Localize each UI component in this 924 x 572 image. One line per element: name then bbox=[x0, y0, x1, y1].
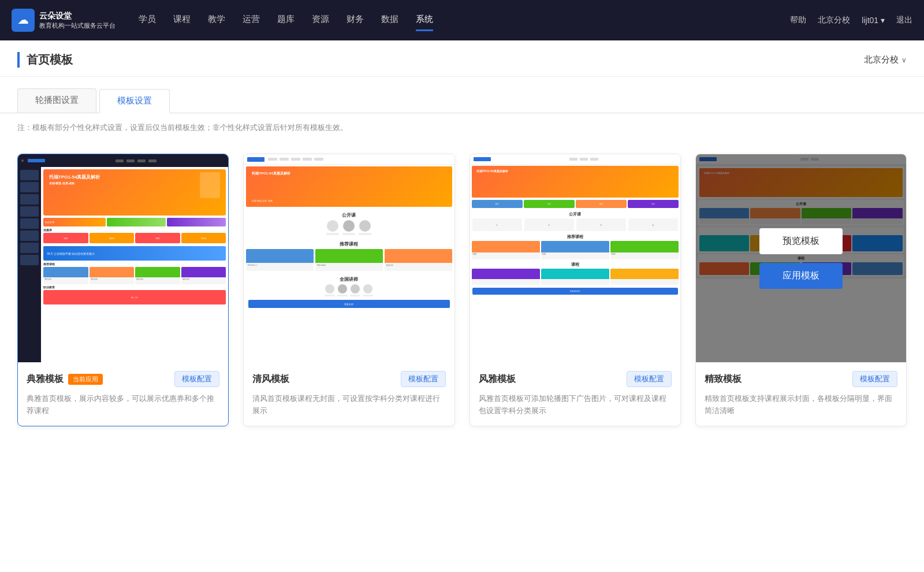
logo[interactable]: ☁ 云朵设堂 教育机构一站式服务云平台 bbox=[12, 9, 116, 32]
topnav-right: 帮助 北京分校 lijt01 ▾ 退出 bbox=[790, 15, 912, 25]
preview-btn-4[interactable]: 预览模板 bbox=[759, 228, 843, 254]
branch-link[interactable]: 北京分校 bbox=[818, 15, 850, 25]
template-desc-2: 清风首页模板课程无封面，可设置按学科分类对课程进行展示 bbox=[252, 393, 445, 417]
template-overlay-4: 预览模板 应用模板 bbox=[696, 154, 906, 362]
main-menu: 学员 课程 教学 运营 题库 资源 财务 数据 系统 bbox=[139, 9, 790, 31]
tab-carousel[interactable]: 轮播图设置 bbox=[17, 88, 96, 113]
template-card-dianya: 托福TPO1-54真题及解析 全面·精选·品质·成效 精品好课 bbox=[17, 154, 229, 426]
template-name-3: 风雅模板 bbox=[479, 373, 516, 385]
template-card-fengya: 托福TPO1-54真题及解析 数学 英语 物理 化学 公开课 1 2 bbox=[470, 154, 681, 426]
page-header: 首页模板 北京分校 bbox=[0, 40, 924, 77]
template-name-2: 清风模板 bbox=[252, 373, 289, 385]
template-desc-3: 风雅首页模板可添加轮播图下广告图片，可对课程及课程包设置学科分类展示 bbox=[479, 393, 672, 417]
template-card-qingfeng: 托福TPO1-54真题及解析 全面·精选·品质·成效 公开课 bbox=[243, 154, 454, 426]
config-btn-3[interactable]: 模板配置 bbox=[627, 371, 672, 387]
menu-item-students[interactable]: 学员 bbox=[139, 9, 156, 31]
branch-selector[interactable]: 北京分校 bbox=[864, 54, 907, 65]
user-dropdown[interactable]: lijt01 ▾ bbox=[862, 16, 885, 25]
template-name-left-2: 清风模板 bbox=[252, 373, 289, 385]
current-badge-1: 当前应用 bbox=[68, 374, 103, 385]
tab-template[interactable]: 模板设置 bbox=[99, 89, 170, 113]
menu-item-courses[interactable]: 课程 bbox=[173, 9, 191, 31]
template-name-row-3: 风雅模板 模板配置 bbox=[479, 371, 672, 387]
menu-item-operations[interactable]: 运营 bbox=[243, 9, 260, 31]
template-preview-3: 托福TPO1-54真题及解析 数学 英语 物理 化学 公开课 1 2 bbox=[470, 154, 680, 362]
template-info-4: 精致模板 模板配置 精致首页模板支持课程展示封面，各模板分隔明显，界面简洁清晰 bbox=[696, 362, 906, 426]
template-preview-1: 托福TPO1-54真题及解析 全面·精选·品质·成效 精品好课 bbox=[18, 154, 228, 362]
template-name-4: 精致模板 bbox=[705, 373, 742, 385]
note-text: 注：模板有部分个性化样式设置，设置后仅当前模板生效；非个性化样式设置后针对所有模… bbox=[0, 113, 924, 142]
logo-text: 云朵设堂 教育机构一站式服务云平台 bbox=[39, 10, 116, 31]
mockup-fengya: 托福TPO1-54真题及解析 数学 英语 物理 化学 公开课 1 2 bbox=[470, 154, 680, 362]
page-container: 首页模板 北京分校 轮播图设置 模板设置 注：模板有部分个性化样式设置，设置后仅… bbox=[0, 40, 924, 572]
menu-item-resources[interactable]: 资源 bbox=[312, 9, 329, 31]
config-btn-1[interactable]: 模板配置 bbox=[174, 371, 219, 387]
template-card-jingzhi: 托福TPO1-54真题及解析 公开课 bbox=[695, 154, 907, 426]
logo-icon: ☁ bbox=[12, 9, 35, 32]
template-info-2: 清风模板 模板配置 清风首页模板课程无封面，可设置按学科分类对课程进行展示 bbox=[244, 362, 454, 426]
template-preview-4: 托福TPO1-54真题及解析 公开课 bbox=[696, 154, 906, 362]
template-name-left-3: 风雅模板 bbox=[479, 373, 516, 385]
template-desc-4: 精致首页模板支持课程展示封面，各模板分隔明显，界面简洁清晰 bbox=[705, 393, 897, 417]
template-info-1: 典雅模板 当前应用 模板配置 典雅首页模板，展示内容较多，可以展示优惠券和多个推… bbox=[18, 362, 228, 426]
template-name-row-1: 典雅模板 当前应用 模板配置 bbox=[27, 371, 219, 387]
template-name-1: 典雅模板 bbox=[27, 373, 64, 385]
menu-item-teaching[interactable]: 教学 bbox=[208, 9, 225, 31]
template-name-row-4: 精致模板 模板配置 bbox=[705, 371, 897, 387]
top-navigation: ☁ 云朵设堂 教育机构一站式服务云平台 学员 课程 教学 运营 题库 资源 财务… bbox=[0, 0, 924, 40]
config-btn-4[interactable]: 模板配置 bbox=[852, 371, 897, 387]
template-info-3: 风雅模板 模板配置 风雅首页模板可添加轮播图下广告图片，可对课程及课程包设置学科… bbox=[470, 362, 680, 426]
menu-item-questions[interactable]: 题库 bbox=[277, 9, 295, 31]
templates-grid: 托福TPO1-54真题及解析 全面·精选·品质·成效 精品好课 bbox=[0, 142, 924, 450]
menu-item-system[interactable]: 系统 bbox=[416, 9, 433, 31]
config-btn-2[interactable]: 模板配置 bbox=[401, 371, 446, 387]
template-preview-2: 托福TPO1-54真题及解析 全面·精选·品质·成效 公开课 bbox=[244, 154, 454, 362]
mockup-qingfeng: 托福TPO1-54真题及解析 全面·精选·品质·成效 公开课 bbox=[244, 154, 454, 362]
page-title: 首页模板 bbox=[17, 52, 73, 68]
menu-item-data[interactable]: 数据 bbox=[381, 9, 398, 31]
apply-btn-4[interactable]: 应用模板 bbox=[759, 263, 843, 289]
mockup-dianya: 托福TPO1-54真题及解析 全面·精选·品质·成效 精品好课 bbox=[18, 154, 228, 362]
template-name-left-4: 精致模板 bbox=[705, 373, 742, 385]
menu-item-finance[interactable]: 财务 bbox=[346, 9, 364, 31]
logout-link[interactable]: 退出 bbox=[896, 15, 912, 25]
tabs-container: 轮播图设置 模板设置 bbox=[0, 77, 924, 113]
template-name-row-2: 清风模板 模板配置 bbox=[252, 371, 445, 387]
template-desc-1: 典雅首页模板，展示内容较多，可以展示优惠券和多个推荐课程 bbox=[27, 393, 219, 417]
help-link[interactable]: 帮助 bbox=[790, 15, 806, 25]
template-name-left-1: 典雅模板 当前应用 bbox=[27, 373, 103, 385]
